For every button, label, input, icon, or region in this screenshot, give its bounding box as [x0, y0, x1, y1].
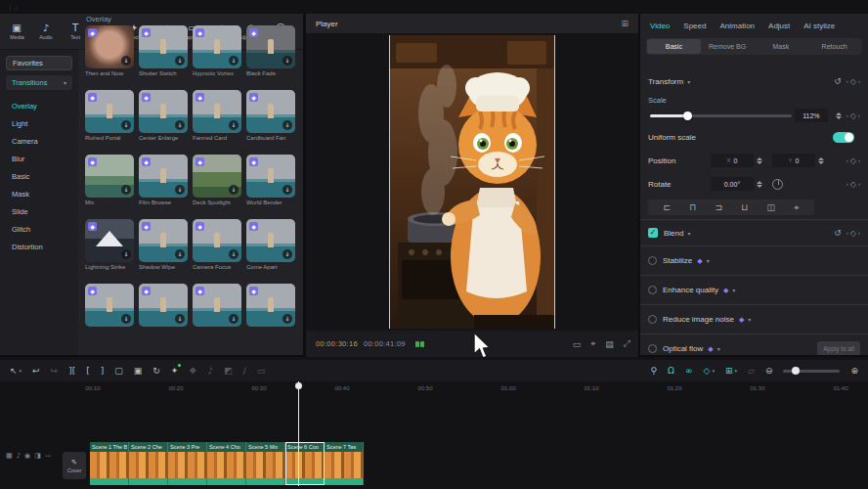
toolbar-item-media[interactable]: ▣Media — [2, 16, 31, 47]
player-options-icon[interactable]: ⊞ — [621, 19, 629, 28]
tab-animation[interactable]: Animation — [719, 22, 755, 30]
video-clip[interactable]: Scene 7 Tas — [325, 442, 364, 485]
effect-checkbox[interactable] — [648, 286, 657, 294]
auto-snap-icon[interactable]: ⊞▾ — [725, 366, 737, 376]
transition-thumbnail[interactable]: ◆↓ — [85, 25, 134, 68]
marker-tool-icon[interactable]: ∕ — [243, 366, 246, 376]
download-icon[interactable]: ↓ — [282, 56, 292, 66]
download-icon[interactable]: ↓ — [121, 120, 131, 130]
transition-item[interactable]: ◆↓Camera Focus — [193, 219, 241, 276]
favorites-button[interactable]: Favorites — [6, 56, 72, 70]
transition-thumbnail[interactable]: ◆↓ — [85, 219, 134, 262]
download-icon[interactable]: ↓ — [121, 56, 131, 66]
transition-item[interactable]: ◆↓Cardboard Fan — [246, 90, 295, 147]
download-icon[interactable]: ↓ — [175, 314, 185, 324]
video-clip[interactable]: Scene 3 Pre — [168, 442, 207, 485]
overlay-tool-icon[interactable]: ❖ — [189, 366, 196, 376]
effect-row-optical-flow[interactable]: Optical flow◆▾Apply to all — [640, 334, 868, 355]
transition-item[interactable]: ◆↓World Bender — [246, 155, 295, 211]
video-preview[interactable] — [390, 35, 554, 329]
reverse-icon[interactable]: ↻ — [152, 366, 160, 376]
scale-value-box[interactable]: 112% — [795, 109, 828, 122]
transition-thumbnail[interactable]: ◆↓ — [139, 155, 188, 198]
playhead-knob[interactable] — [295, 382, 302, 389]
transition-item[interactable]: ◆↓Mix — [85, 155, 134, 211]
screen-tool-icon[interactable]: ▭ — [257, 366, 266, 376]
playhead[interactable] — [298, 381, 299, 486]
sidebar-item-blur[interactable]: Blur — [0, 150, 78, 167]
timeline-zoom-handle[interactable] — [792, 367, 800, 375]
fit-icon[interactable]: ⌖ — [590, 338, 595, 349]
transition-item[interactable]: ◆↓Black Fade — [246, 25, 295, 82]
align-target-icon[interactable]: ⌖ — [794, 202, 799, 213]
download-icon[interactable]: ↓ — [229, 56, 239, 66]
keyframe-control[interactable]: ‹ ◇ › — [846, 229, 860, 238]
sidebar-item-glitch[interactable]: Glitch — [0, 220, 78, 238]
keyframe-control[interactable]: ‹ ◇ › — [846, 111, 860, 120]
keyframe-prev-icon[interactable]: ‹ — [846, 78, 848, 84]
position-y-stepper[interactable] — [818, 157, 824, 164]
link-icon[interactable]: ∞ — [685, 366, 693, 376]
select-tool-icon[interactable]: ↖▾ — [10, 366, 22, 376]
transition-item[interactable]: ◆↓Lightning Strike — [85, 219, 134, 276]
tab-adjust[interactable]: Adjust — [768, 22, 790, 30]
align-top-icon[interactable]: ⊓ — [689, 202, 696, 212]
player-viewport[interactable] — [306, 33, 638, 344]
keyframe-control[interactable]: ‹ ◇ › — [846, 77, 860, 86]
blend-checkbox[interactable]: ✓ — [648, 228, 658, 238]
reset-icon[interactable]: ↺ — [834, 76, 842, 86]
transition-item[interactable]: ◆↓Come Apart — [246, 219, 295, 276]
video-clip[interactable]: Scene 1 The B — [90, 442, 129, 485]
sidebar-item-light[interactable]: Light — [0, 114, 78, 132]
transform-section-header[interactable]: Transform ▾ ↺ ‹ ◇ › — [640, 68, 868, 94]
ratio-icon[interactable]: ▭ — [573, 339, 582, 349]
align-center-icon[interactable]: ◫ — [767, 202, 776, 212]
transition-thumbnail[interactable]: ◆↓ — [193, 219, 241, 262]
toolbar-item-audio[interactable]: ♪Audio — [31, 16, 61, 47]
safe-area-icon[interactable] — [415, 341, 424, 347]
video-clip[interactable]: Scene 6 Coo — [285, 442, 325, 485]
transition-thumbnail[interactable]: ◆↓ — [139, 284, 188, 327]
effect-checkbox[interactable] — [648, 256, 657, 265]
keyframe-next-icon[interactable]: › — [858, 78, 860, 84]
video-clip[interactable]: Scene 4 Cho — [207, 442, 246, 485]
speed-tool-icon[interactable]: ◩ — [224, 366, 233, 376]
track-options-icon[interactable]: ▦ — [6, 452, 13, 460]
transition-thumbnail[interactable]: ◆↓ — [139, 25, 188, 68]
redo-icon[interactable]: ↪ — [51, 366, 59, 376]
transition-thumbnail[interactable]: ◆↓ — [246, 284, 295, 327]
apply-to-all-button[interactable]: Apply to all — [817, 341, 860, 355]
voiceover-icon[interactable]: ⚲ — [651, 366, 658, 376]
download-icon[interactable]: ↓ — [175, 185, 185, 195]
smart-tool-icon[interactable]: ✦ — [171, 366, 179, 376]
transition-item[interactable]: ◆↓Shutter Switch — [139, 25, 188, 82]
effect-row-stabilize[interactable]: Stabilize◆▾ — [640, 246, 868, 275]
transition-thumbnail[interactable]: ◆↓ — [85, 284, 134, 327]
fullscreen-icon[interactable]: ⤢ — [624, 338, 630, 349]
align-right-icon[interactable]: ⊐ — [716, 202, 723, 212]
zoom-out-icon[interactable]: ⊖ — [765, 366, 773, 376]
transition-thumbnail[interactable]: ◆↓ — [193, 25, 241, 68]
transition-item[interactable]: ◆↓Then and Now — [85, 25, 134, 82]
lock-track-icon[interactable]: ◨ — [34, 452, 41, 460]
transition-thumbnail[interactable]: ◆↓ — [139, 219, 188, 262]
scale-stepper[interactable] — [836, 112, 842, 119]
download-icon[interactable]: ↓ — [229, 120, 239, 130]
transition-item[interactable]: ◆↓Center Enlarge — [139, 90, 188, 147]
download-icon[interactable]: ↓ — [229, 314, 239, 324]
hide-track-icon[interactable]: ◉ — [24, 452, 30, 460]
keyframe-control[interactable]: ‹ ◇ › — [846, 156, 860, 165]
transition-thumbnail[interactable]: ◆↓ — [193, 155, 241, 198]
download-icon[interactable]: ↓ — [121, 185, 131, 195]
keyframe-diamond-icon[interactable]: ◇ — [850, 77, 856, 86]
transition-item[interactable]: ◆↓Deck Spotlight — [193, 155, 241, 211]
transitions-group-header[interactable]: Transitions ▾ — [6, 75, 72, 90]
transition-item[interactable]: ◆↓Hypnotic Vortex — [193, 25, 241, 82]
transition-item[interactable]: ◆↓ — [193, 284, 241, 340]
download-icon[interactable]: ↓ — [229, 185, 239, 195]
transition-thumbnail[interactable]: ◆↓ — [85, 155, 134, 198]
mute-track-icon[interactable]: ♪ — [17, 452, 21, 460]
transition-item[interactable]: ◆↓Fanned Card — [193, 90, 241, 147]
sidebar-item-overlay[interactable]: Overlay — [0, 97, 78, 114]
effect-row-enhance-quality[interactable]: Enhance quality◆▾ — [640, 276, 868, 304]
